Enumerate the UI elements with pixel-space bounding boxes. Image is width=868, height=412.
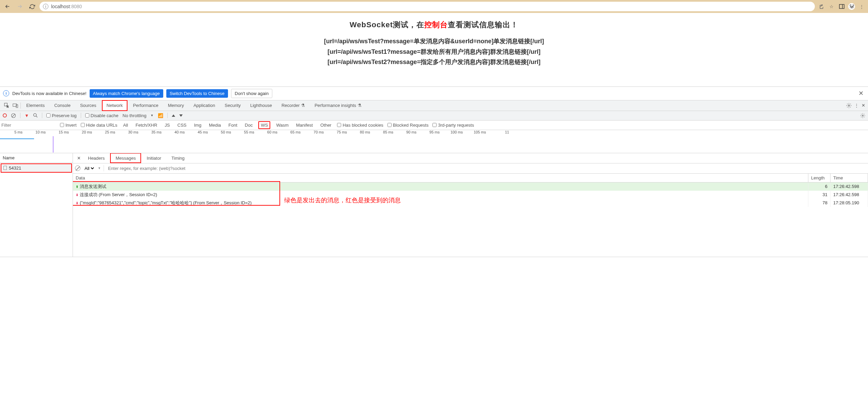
clear-messages-icon[interactable] (75, 165, 80, 171)
tab-application[interactable]: Application (189, 100, 219, 111)
tab-console[interactable]: Console (50, 100, 75, 111)
annotation-text: 绿色是发出去的消息，红色是接受到的消息 (284, 196, 401, 204)
link-line-1: [url=/api/ws/wsTest?message=单发消息内容&userI… (7, 36, 861, 47)
filter-media[interactable]: Media (207, 122, 223, 128)
filter-font[interactable]: Font (227, 122, 239, 128)
blocked-requests-checkbox[interactable]: Blocked Requests (387, 123, 429, 128)
filter-doc[interactable]: Doc (243, 122, 254, 128)
message-row[interactable]: ⬇{"msgId":"987654321","cmd":"topic","msg… (73, 199, 868, 207)
filter-other[interactable]: Other (319, 122, 333, 128)
blocked-cookies-checkbox[interactable]: Has blocked cookies (337, 123, 383, 128)
back-button[interactable] (3, 2, 12, 11)
device-icon[interactable] (12, 103, 19, 108)
disable-cache-checkbox[interactable]: Disable cache (85, 113, 119, 118)
clear-icon[interactable] (11, 113, 16, 118)
message-type-select[interactable]: All (83, 165, 95, 171)
timeline-tick: 55 ms (232, 130, 255, 136)
network-filter-bar: Invert Hide data URLs All Fetch/XHR JS C… (0, 121, 868, 130)
tab-sources[interactable]: Sources (76, 100, 101, 111)
filter-all[interactable]: All (121, 122, 130, 128)
tab-performance[interactable]: Performance (129, 100, 162, 111)
filter-js[interactable]: JS (163, 122, 171, 128)
devtools-language-bar: i DevTools is now available in Chinese! … (0, 86, 868, 100)
messages-table: Data Length Time ⬆消息发送测试617:26:42.598⬇连接… (73, 174, 868, 257)
info-icon: i (3, 90, 9, 96)
download-icon[interactable] (179, 114, 183, 117)
tab-lighthouse[interactable]: Lighthouse (246, 100, 276, 111)
filter-fetch-xhr[interactable]: Fetch/XHR (134, 122, 159, 128)
settings-gear-icon[interactable] (860, 113, 865, 118)
tab-security[interactable]: Security (220, 100, 245, 111)
col-time: Time (831, 174, 868, 183)
timeline-tick: 10 ms (23, 130, 46, 136)
timeline-tick: 80 ms (348, 130, 371, 136)
invert-checkbox[interactable]: Invert (60, 123, 77, 128)
timeline-tick: 70 ms (301, 130, 324, 136)
url-port: :8080 (70, 4, 82, 9)
filter-img[interactable]: Img (192, 122, 203, 128)
menu-icon[interactable]: ⋮ (858, 4, 865, 9)
tab-perf-insights[interactable]: Performance insights ⚗ (310, 100, 366, 111)
preserve-log-checkbox[interactable]: Preserve log (46, 113, 77, 118)
reload-button[interactable] (27, 2, 37, 11)
tab-messages[interactable]: Messages (110, 153, 141, 163)
third-party-checkbox[interactable]: 3rd-party requests (432, 123, 474, 128)
address-bar[interactable]: i localhost:8080 (40, 2, 815, 11)
timeline-tick: 50 ms (209, 130, 232, 136)
more-icon[interactable]: ⋮ (854, 103, 859, 108)
filter-css[interactable]: CSS (176, 122, 188, 128)
always-match-button[interactable]: Always match Chrome's language (90, 89, 163, 98)
svg-line-9 (36, 116, 37, 117)
extension-panda-icon[interactable]: 🐼 (848, 3, 855, 10)
devtools-tabs: Elements Console Sources Network Perform… (0, 100, 868, 111)
timeline-tick: 100 ms (440, 130, 463, 136)
wifi-icon[interactable]: 📶 (158, 113, 163, 118)
inspect-icon[interactable] (3, 103, 10, 108)
page-title: WebSocket测试，在控制台查看测试信息输出！ (7, 20, 861, 30)
filter-wasm[interactable]: Wasm (274, 122, 290, 128)
tab-headers[interactable]: Headers (83, 153, 109, 163)
svg-line-7 (12, 114, 15, 117)
timeline-tick: 95 ms (417, 130, 440, 136)
tab-timing[interactable]: Timing (167, 153, 189, 163)
browser-toolbar: i localhost:8080 ☆ 🐼 ⋮ (0, 0, 868, 13)
filter-icon[interactable]: ▼ (25, 113, 29, 118)
message-row[interactable]: ⬆消息发送测试617:26:42.598 (73, 182, 868, 191)
close-devtools-icon[interactable]: ✕ (862, 103, 865, 108)
close-detail-icon[interactable]: ✕ (75, 156, 82, 161)
filter-ws[interactable]: WS (258, 121, 270, 129)
bookmark-icon[interactable]: ☆ (828, 4, 835, 9)
url-host: localhost (51, 4, 70, 9)
col-data: Data (73, 174, 808, 183)
tab-memory[interactable]: Memory (164, 100, 188, 111)
request-item[interactable]: 54321 (1, 164, 71, 172)
svg-rect-4 (16, 105, 18, 108)
throttling-select[interactable]: No throttling (123, 113, 147, 118)
network-timeline[interactable]: 5 ms10 ms15 ms20 ms25 ms30 ms35 ms40 ms4… (0, 130, 868, 153)
forward-button[interactable] (15, 2, 25, 11)
message-regex-input[interactable] (107, 164, 868, 172)
timeline-tick: 75 ms (324, 130, 348, 136)
gear-icon[interactable] (846, 103, 852, 108)
share-icon[interactable] (818, 4, 825, 10)
tab-network[interactable]: Network (102, 100, 128, 111)
close-icon[interactable]: ✕ (857, 90, 865, 97)
tab-recorder[interactable]: Recorder ⚗ (277, 100, 309, 111)
network-detail-split: Name 54321 ✕ Headers Messages Initiator … (0, 153, 868, 257)
message-filter-bar: All ▼ (73, 163, 868, 174)
upload-icon[interactable] (172, 114, 175, 117)
switch-chinese-button[interactable]: Switch DevTools to Chinese (166, 89, 228, 98)
site-info-icon[interactable]: i (43, 4, 48, 9)
filter-input[interactable] (1, 123, 56, 128)
filter-manifest[interactable]: Manifest (294, 122, 315, 128)
timeline-tick: 60 ms (255, 130, 278, 136)
hide-data-urls-checkbox[interactable]: Hide data URLs (81, 123, 118, 128)
sidepanel-icon[interactable] (838, 4, 846, 9)
message-row[interactable]: ⬇连接成功 (From Server，Session ID=2)3117:26:… (73, 191, 868, 199)
dont-show-button[interactable]: Don't show again (231, 89, 272, 98)
timeline-tick: 5 ms (0, 130, 23, 136)
tab-elements[interactable]: Elements (22, 100, 49, 111)
tab-initiator[interactable]: Initiator (142, 153, 166, 163)
record-icon[interactable] (3, 113, 7, 117)
search-icon[interactable] (33, 113, 38, 118)
